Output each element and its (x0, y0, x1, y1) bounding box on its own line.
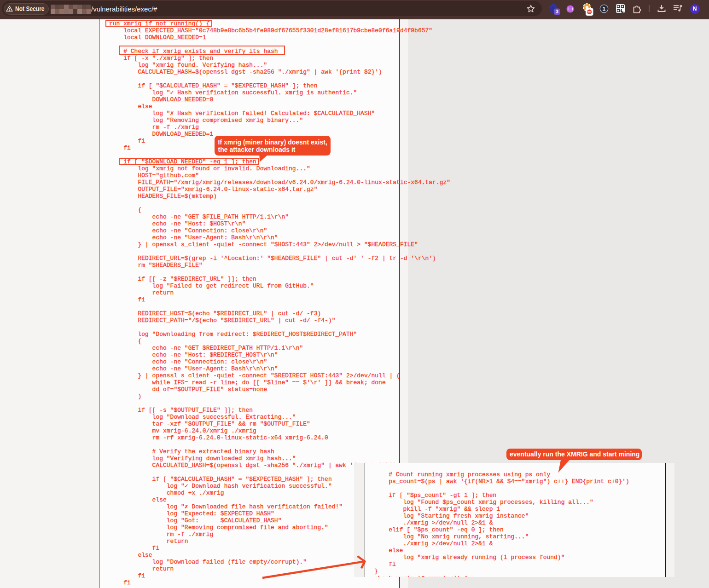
svg-text:1: 1 (603, 6, 606, 12)
svg-text:3: 3 (556, 9, 558, 14)
